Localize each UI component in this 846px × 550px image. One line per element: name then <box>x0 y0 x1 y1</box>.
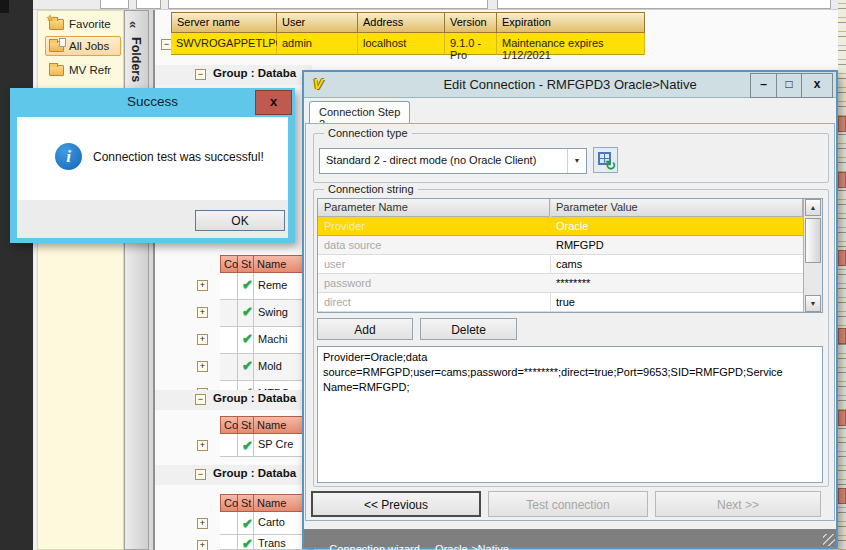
jobs-col-header[interactable]: Co <box>220 416 238 434</box>
previous-button[interactable]: << Previous <box>311 491 481 517</box>
desktop-edge <box>0 0 33 550</box>
close-button[interactable]: x <box>801 74 832 97</box>
status-check-icon: ✔ <box>238 273 254 300</box>
wizard-statusbar: Connection wizard – Oracle->Native <box>304 529 836 547</box>
edit-dialog-titlebar: V Edit Connection - RMFGPD3 Oracle>Nativ… <box>304 72 836 98</box>
jobs-col-header[interactable]: St <box>238 494 254 512</box>
server-user-cell[interactable]: admin <box>277 33 358 55</box>
connection-type-label: Connection type <box>324 127 412 139</box>
delete-button[interactable]: Delete <box>420 318 517 340</box>
toolbar-field[interactable] <box>497 0 831 9</box>
parameter-grid: Parameter Name Parameter Value Provider … <box>317 198 823 313</box>
server-expiration-cell[interactable]: Maintenance expires 1/12/2021 <box>497 33 645 55</box>
sidebar-item-label: Favorite <box>69 18 111 30</box>
app-screen: ★ Favorite All Jobs MV Refr « Folders − … <box>0 0 846 550</box>
connection-string-label: Connection string <box>324 183 418 195</box>
grid-scrollbar[interactable]: ▲ ▼ <box>803 199 822 312</box>
status-check-icon: ✔ <box>238 354 254 381</box>
refresh-connection-button[interactable]: ↻ <box>593 147 618 173</box>
folder-jobs-icon <box>49 41 64 52</box>
group-title: Group : Databa <box>213 392 296 404</box>
server-table-header[interactable]: Server name <box>171 12 277 33</box>
edit-connection-dialog: V Edit Connection - RMFGPD3 Oracle>Nativ… <box>302 70 838 549</box>
status-check-icon: ✔ <box>238 434 254 457</box>
grid-col-header[interactable]: Parameter Name <box>318 199 550 217</box>
folders-panel-label: Folders <box>129 37 143 82</box>
success-dialog-body: i Connection test was successful! <box>17 117 288 200</box>
add-button[interactable]: Add <box>317 318 413 340</box>
group-collapse-toggle[interactable]: − <box>195 69 206 80</box>
job-expand-toggle[interactable]: + <box>197 307 208 318</box>
sidebar-item-favorite[interactable]: ★ Favorite <box>45 14 121 34</box>
scrollbar-thumb[interactable] <box>805 218 821 263</box>
tab-connection-step-2[interactable]: Connection Step 2 <box>309 101 410 124</box>
status-check-icon: ✔ <box>238 327 254 354</box>
sidebar-item-mv-refr[interactable]: MV Refr <box>45 60 121 80</box>
group-header: − Group : Databa <box>155 390 312 410</box>
jobs-col-header[interactable]: St <box>238 255 254 273</box>
param-row-provider[interactable]: Provider Oracle <box>318 217 803 236</box>
sidebar-item-label: All Jobs <box>69 40 109 52</box>
job-expand-toggle[interactable]: + <box>197 361 208 372</box>
job-expand-toggle[interactable]: + <box>197 518 208 529</box>
window-controls: – □ x <box>750 73 833 98</box>
job-expand-toggle[interactable]: + <box>197 440 208 451</box>
server-name-cell[interactable]: SWVROGAPPETLP02 <box>171 33 277 55</box>
group-collapse-toggle[interactable]: − <box>195 469 206 480</box>
chevron-down-icon[interactable]: ▼ <box>567 149 586 173</box>
jobs-col-header[interactable]: Co <box>220 494 238 512</box>
group-title: Group : Databa <box>213 467 296 479</box>
minimize-button[interactable]: – <box>751 74 776 97</box>
success-dialog-title: Success <box>10 94 295 109</box>
group-header: − Group : Databa <box>155 65 312 85</box>
param-row-password[interactable]: password ******** <box>318 274 803 293</box>
param-row-direct[interactable]: direct true <box>318 293 803 312</box>
status-check-icon: ✔ <box>238 300 254 327</box>
job-expand-toggle[interactable]: + <box>197 280 208 291</box>
toolbar-field[interactable] <box>136 0 161 9</box>
info-icon: i <box>55 143 82 170</box>
param-row-user[interactable]: user cams <box>318 255 803 274</box>
server-table-header[interactable]: Address <box>358 12 445 33</box>
sidebar-item-all-jobs[interactable]: All Jobs <box>45 36 121 56</box>
toolbar-field[interactable] <box>168 0 488 9</box>
connection-type-value: Standard 2 - direct mode (no Oracle Clie… <box>326 154 536 166</box>
server-table-header[interactable]: Expiration <box>497 12 645 33</box>
grid-col-header[interactable]: Parameter Value <box>550 199 803 217</box>
status-check-icon: ✔ <box>238 512 254 535</box>
collapse-chevron-icon[interactable]: « <box>126 21 141 28</box>
toolbar-strip <box>33 0 846 10</box>
next-button[interactable]: Next >> <box>655 491 821 517</box>
server-address-cell[interactable]: localhost <box>358 33 445 55</box>
resize-grip[interactable] <box>823 534 835 546</box>
scroll-down-icon[interactable]: ▼ <box>805 295 821 312</box>
folder-icon <box>49 65 64 76</box>
server-table-header[interactable]: User <box>277 12 358 33</box>
success-message: Connection test was successful! <box>93 150 264 164</box>
toolbar-field[interactable] <box>100 0 129 9</box>
scroll-up-icon[interactable]: ▲ <box>805 199 821 216</box>
status-check-icon: ✔ <box>238 535 254 550</box>
background-grid-edge <box>838 0 846 550</box>
param-row-data-source[interactable]: data source RMFGPD <box>318 236 803 255</box>
connection-string-textarea[interactable]: Provider=Oracle;data source=RMFGPD;user=… <box>317 346 823 483</box>
success-close-button[interactable]: x <box>255 90 292 115</box>
sidebar-item-label: MV Refr <box>69 64 111 76</box>
jobs-col-header[interactable]: St <box>238 416 254 434</box>
folder-star-icon: ★ <box>49 19 64 30</box>
maximize-button[interactable]: □ <box>776 74 801 97</box>
jobs-col-header[interactable]: Co <box>220 255 238 273</box>
desktop-edge-notch <box>0 0 9 13</box>
test-connection-button[interactable]: Test connection <box>488 491 648 517</box>
success-dialog-footer: OK <box>17 200 288 238</box>
job-expand-toggle[interactable]: + <box>197 540 208 550</box>
group-collapse-toggle[interactable]: − <box>195 394 206 405</box>
success-dialog: Success x i Connection test was successf… <box>10 88 295 243</box>
connection-type-select[interactable]: Standard 2 - direct mode (no Oracle Clie… <box>319 148 587 174</box>
server-version-cell[interactable]: 9.1.0 - Pro <box>445 33 497 55</box>
group-header: − Group : Databa <box>155 465 312 485</box>
job-expand-toggle[interactable]: + <box>197 334 208 345</box>
server-table-header[interactable]: Version <box>445 12 497 33</box>
tab-panel: Connection type Standard 2 - direct mode… <box>305 123 835 521</box>
ok-button[interactable]: OK <box>195 210 285 231</box>
